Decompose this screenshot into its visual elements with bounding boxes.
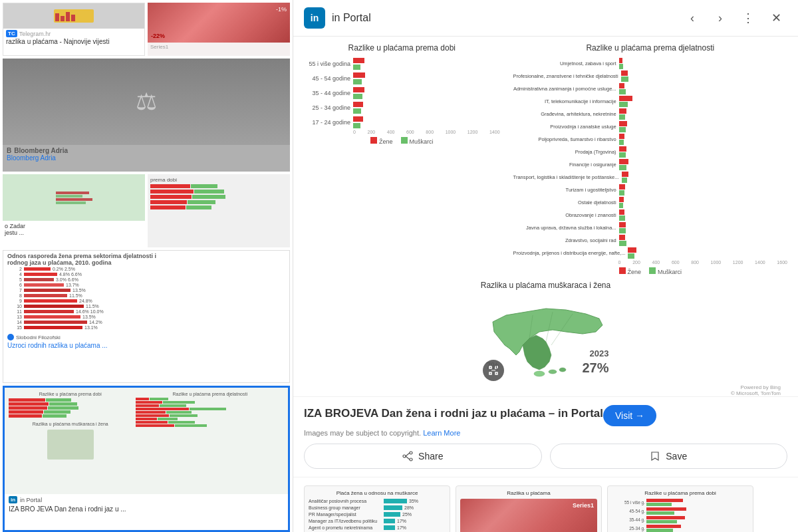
thumb-zadar-label: o Zadarjestu ... <box>3 221 145 238</box>
thumbnail-zadar[interactable]: o Zadarjestu ... <box>3 174 145 247</box>
ind-bar-male <box>619 241 626 246</box>
mini-age-row-2: 45-54 g. <box>612 507 749 515</box>
close-button[interactable]: ✕ <box>765 7 787 29</box>
age-bar-row: 45 - 54 godine <box>304 72 500 84</box>
learn-more-link[interactable]: Learn More <box>423 429 460 437</box>
ind-bar-female <box>619 96 632 101</box>
industry-bar-row: Poljoprivreda, šumarstvo i ribarstvo <box>513 134 787 145</box>
bottom-thumb-age[interactable]: Razlike u plaćama prema dobi 55 i više g… <box>607 485 753 532</box>
ind-bar-male <box>622 178 628 183</box>
thumbnail-age-chart[interactable]: prema dobi <box>148 174 290 247</box>
mini-age-row-1: 55 i više g. <box>612 499 749 506</box>
age-bar-chart: 55 i više godina 45 - 54 godine 35 - 44 … <box>304 58 500 128</box>
svg-point-12 <box>410 458 412 461</box>
save-button[interactable]: Save <box>550 444 788 469</box>
ind-bar-male <box>619 190 624 196</box>
ind-bar-male <box>619 102 628 107</box>
thumbnail-bloomberg-chart[interactable]: Odnos rasporeda žena prema sektorima dje… <box>3 250 290 383</box>
source-bloomberg: Bloomberg Adria <box>14 147 68 154</box>
bar-female <box>353 102 363 107</box>
gender-map-area: Razlika u plaćama muškaraca i žena <box>304 281 787 396</box>
bottom-thumb-salary[interactable]: Plaća žena u odnosu na muškarce Analitič… <box>304 485 450 532</box>
map-pct1: 27% <box>582 360 608 376</box>
industry-bar-row: Umjetnost, zabava i sport <box>513 58 787 69</box>
visit-button[interactable]: Visit → <box>603 405 656 426</box>
mini-chart-map-title: Razlika u plaćama <box>460 490 597 496</box>
ind-bar-male <box>619 228 626 233</box>
bar-female <box>353 72 365 78</box>
ind-bar-male <box>619 114 625 120</box>
panel-title: in Portal <box>332 12 674 24</box>
salary-row-2: Business group manager 28% <box>309 505 446 510</box>
industry-bar-row: Financije i osiguranje <box>513 159 787 170</box>
mini-chart-salary-title: Plaća žena u odnosu na muškarce <box>309 490 446 496</box>
copyright-text: Images may be subject to copyright. Lear… <box>304 429 787 437</box>
bottom-thumb-map[interactable]: Razlika u plaćama Series1 -1% -22% <box>456 485 602 532</box>
mini-chart-age-title: Razlike u plaćama prema dobi <box>612 490 749 496</box>
save-icon <box>650 451 660 462</box>
industry-bar-row: Prodaja (Trgovina) <box>513 146 787 158</box>
ind-bar-female <box>619 159 628 164</box>
panel-header: in in Portal ‹ › ⋮ ✕ <box>293 0 798 37</box>
ind-bar-female <box>619 134 624 139</box>
svg-point-1 <box>549 370 557 374</box>
charts-area: Razlike u plaćama prema dobi 55 i više g… <box>293 37 798 275</box>
thumbnail-map[interactable]: -1% -22% Series1 <box>148 3 290 56</box>
industry-bar-row: Obrazovanje i znanosti <box>513 209 787 221</box>
mini-map-series: Series1 <box>573 502 594 509</box>
ind-bar-female <box>619 108 626 114</box>
gender-chart-title: Razlika u plaćama muškaraca i žena <box>304 281 787 290</box>
thumb-slobodni-label: Uzroci rodnih razlika u plaćama ... <box>3 342 289 352</box>
chart-age-mini-title: prema dobi <box>150 177 287 183</box>
map-pct2: 7% <box>486 360 499 371</box>
ind-bar-female <box>619 58 622 63</box>
salary-row-3: PR Manager/specijalist 25% <box>309 512 446 517</box>
ind-bar-female <box>621 70 628 76</box>
linkedin-icon: in <box>304 7 325 29</box>
share-button[interactable]: Share <box>304 444 542 469</box>
industry-bar-row: Proizvodnja i zanatske usluge <box>513 121 787 132</box>
ind-bar-male <box>621 76 629 82</box>
ind-bar-male <box>619 152 626 158</box>
image-detail-panel: in in Portal ‹ › ⋮ ✕ Razlike u plaćama p… <box>293 0 798 532</box>
ind-bar-female <box>619 83 625 88</box>
industry-chart-title: Razlike u plaćama prema djelatnosti <box>513 43 787 53</box>
industry-bar-row: Ostale djelatnosti <box>513 197 787 208</box>
ind-bar-female <box>619 184 625 190</box>
bar-male <box>353 79 362 84</box>
svg-point-0 <box>534 371 545 376</box>
industry-bar-row: Zdravstvo, socijalni rad <box>513 235 787 246</box>
bar-male <box>353 65 360 70</box>
salary-row-4: Manager za IT/Izvedbenu politiku 17% <box>309 519 446 523</box>
ind-bar-female <box>619 209 625 215</box>
thumbnail-scale[interactable]: ⚖ B Bloomberg Adria Bloomberg Adria <box>3 59 290 172</box>
forward-button[interactable]: › <box>709 7 732 29</box>
age-bar-row: 35 - 44 godine <box>304 87 500 99</box>
back-button[interactable]: ‹ <box>681 7 704 29</box>
age-legend: Žene Muškarci <box>304 137 500 145</box>
thumbnail-1[interactable]: TC Telegram.hr razlika u plaćama - Najno… <box>3 3 145 56</box>
mini-age-row-3: 35-44 g. <box>612 516 749 523</box>
age-bar-row: 55 i više godina <box>304 58 500 70</box>
age-chart-container: Razlike u plaćama prema dobi 55 i više g… <box>304 43 500 275</box>
action-buttons: Share Save <box>304 444 787 469</box>
svg-line-14 <box>406 453 410 456</box>
industry-chart-container: Razlike u plaćama prema djelatnosti Umje… <box>513 43 787 275</box>
ind-bar-male <box>628 253 634 259</box>
ind-bar-male <box>619 64 624 69</box>
bar-female <box>353 87 364 92</box>
industry-bar-row: Građevina, arhitektura, nekretnine <box>513 108 787 120</box>
ind-bar-male <box>619 215 625 221</box>
image-title: IZA BROJEVA Dan žena i rodni jaz u plaća… <box>304 407 603 420</box>
ind-bar-female <box>619 235 625 240</box>
more-button[interactable]: ⋮ <box>737 7 759 29</box>
source-telegram: Telegram.hr <box>19 31 51 37</box>
thumbnail-inportal-selected[interactable]: Razlike u plaćama prema dobi Razlika u p… <box>3 386 290 532</box>
search-results-panel: TC Telegram.hr razlika u plaćama - Najno… <box>0 0 293 532</box>
info-section: IZA BROJEVA Dan žena i rodni jaz u plaća… <box>293 396 798 477</box>
industry-bar-row: Transport, logistika i skladištenje te p… <box>513 172 787 183</box>
svg-rect-8 <box>489 372 491 374</box>
industry-axis: 02004006008001000120014001600 <box>618 260 787 265</box>
ind-bar-male <box>619 89 626 94</box>
industry-legend: Žene Muškarci <box>513 267 787 275</box>
